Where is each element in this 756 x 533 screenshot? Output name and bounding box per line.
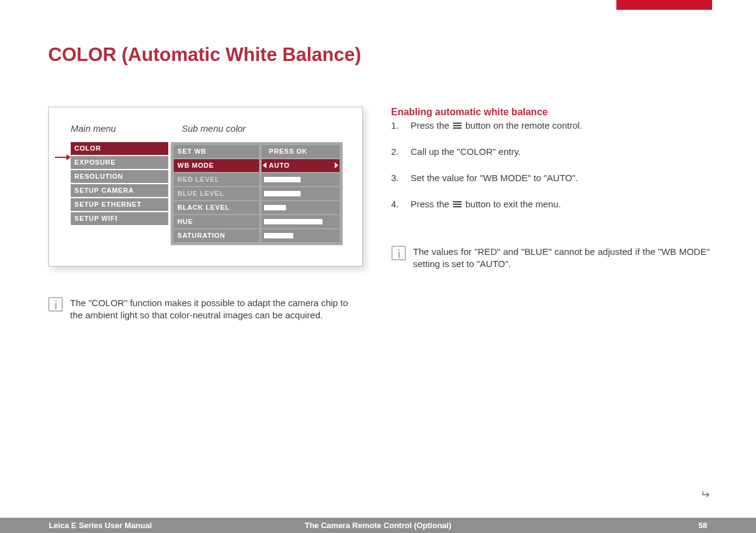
menu-icon (453, 121, 462, 130)
step-number: 3. (391, 173, 402, 183)
sub-item-set-wb: SET WB (174, 145, 259, 158)
footer-center: The Camera Remote Control (Optional) (305, 521, 452, 530)
step-number: 1. (391, 120, 402, 131)
sub-item-blue-level: BLUE LEVEL (174, 187, 259, 200)
top-color-tab (616, 0, 712, 10)
triangle-right-icon (335, 162, 338, 168)
slider-sat (262, 229, 340, 242)
main-menu-list: COLOR EXPOSURE RESOLUTION SETUP CAMERA S… (71, 142, 168, 225)
footer-left: Leica E Series User Manual (49, 521, 152, 530)
info-icon (48, 297, 63, 312)
info-icon (391, 246, 406, 260)
menu-icon (453, 200, 462, 209)
page-title: COLOR (Automatic White Balance) (48, 44, 361, 66)
value-auto-label: AUTO (269, 162, 290, 169)
menu-item-setup-ethernet: SETUP ETHERNET (71, 198, 168, 211)
value-press-ok: PRESS OK (262, 145, 340, 158)
slider-red (262, 173, 340, 186)
menu-item-setup-camera: SETUP CAMERA (71, 184, 168, 197)
step-2: 2. Call up the "COLOR" entry. (391, 146, 710, 157)
sub-item-black-level: BLACK LEVEL (174, 201, 259, 214)
pointer-arrow-icon (55, 154, 70, 161)
sub-menu-block: SET WB WB MODE RED LEVEL BLUE LEVEL BLAC… (171, 142, 343, 245)
steps-list: 1. Press the button on the remote contro… (391, 120, 710, 209)
menu-item-resolution: RESOLUTION (71, 170, 168, 183)
slider-hue (262, 215, 340, 228)
step-4: 4. Press the button to exit the menu. (391, 199, 710, 209)
page-footer: Leica E Series User Manual The Camera Re… (0, 518, 756, 533)
auto-mode-note: The values for "RED" and "BLUE" cannot b… (413, 246, 710, 271)
enabling-awb-heading: Enabling automatic white balance (391, 107, 710, 118)
footer-page: 58 (699, 521, 707, 530)
step-number: 2. (391, 146, 402, 157)
menu-diagram: Main menu Sub menu color COLOR EXPOSURE … (48, 107, 363, 266)
step-text: Set the value for "WB MODE" to "AUTO". (411, 173, 578, 183)
step-text: Press the button on the remote control. (411, 120, 583, 131)
menu-item-exposure: EXPOSURE (71, 156, 168, 169)
sub-item-wb-mode: WB MODE (174, 159, 259, 172)
color-function-description: The "COLOR" function makes it possible t… (70, 297, 363, 322)
sub-item-red-level: RED LEVEL (174, 173, 259, 186)
sub-item-saturation: SATURATION (174, 229, 259, 242)
menu-item-color: COLOR (71, 142, 168, 155)
step-1: 1. Press the button on the remote contro… (391, 120, 710, 131)
step-3: 3. Set the value for "WB MODE" to "AUTO"… (391, 173, 710, 183)
return-icon: ↵ (701, 488, 710, 501)
value-auto: AUTO (262, 159, 340, 172)
triangle-left-icon (263, 162, 266, 168)
sub-menu-label: Sub menu color (182, 123, 282, 134)
slider-black (262, 201, 340, 214)
slider-blue (262, 187, 340, 200)
sub-item-hue: HUE (174, 215, 259, 228)
step-text: Press the button to exit the menu. (411, 199, 561, 209)
step-text: Call up the "COLOR" entry. (411, 146, 521, 157)
step-number: 4. (391, 199, 402, 209)
menu-item-setup-wifi: SETUP WIFI (71, 212, 168, 225)
main-menu-label: Main menu (71, 123, 171, 134)
